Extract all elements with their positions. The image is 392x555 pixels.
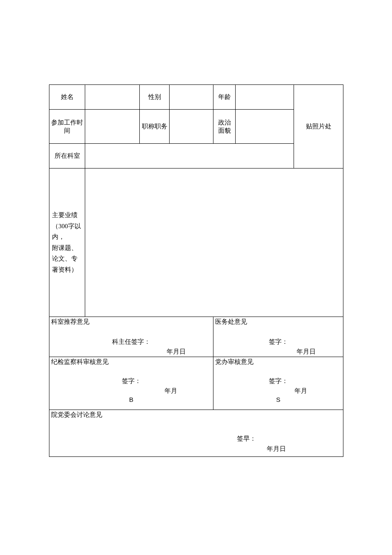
discipline-title: 纪检监察科审核意见	[51, 358, 109, 365]
photo-area[interactable]: 贴照片处	[294, 85, 343, 169]
form-page: 姓名 性别 年龄 贴照片处 参加工作时间 职称职务 政治面貌 所在科室 主要业绩…	[49, 84, 343, 457]
medical-office-title: 医务处意见	[215, 318, 247, 325]
value-gender[interactable]	[170, 85, 213, 110]
value-department[interactable]	[85, 144, 294, 169]
value-title-position[interactable]	[170, 110, 213, 144]
value-age[interactable]	[236, 85, 294, 110]
party-office-letter: S	[215, 395, 341, 403]
dept-recommend-title: 科室推荐意见	[51, 318, 89, 325]
medical-office-sig: 签字：	[215, 326, 341, 346]
committee-sig: 签早：	[237, 435, 256, 443]
label-gender: 性别	[140, 85, 170, 110]
form-table: 姓名 性别 年龄 贴照片处 参加工作时间 职称职务 政治面貌 所在科室 主要业绩…	[49, 84, 343, 457]
label-achievements: 主要业绩 （300字以内， 附课题、论文、专著资料）	[49, 169, 85, 317]
value-achievements[interactable]	[85, 169, 343, 317]
dept-recommend-date: 年月日	[51, 346, 211, 356]
value-work-start[interactable]	[85, 110, 140, 144]
party-office-date: 年月	[215, 385, 341, 395]
label-work-start: 参加工作时间	[49, 110, 85, 144]
label-title-position: 职称职务	[140, 110, 170, 144]
discipline-date: 年月	[51, 385, 211, 395]
value-political[interactable]	[236, 110, 294, 144]
committee-date: 年月日	[267, 445, 286, 453]
label-name: 姓名	[49, 85, 85, 110]
label-age: 年龄	[213, 85, 236, 110]
party-office-title: 党办审核意见	[215, 358, 254, 365]
committee-title: 院党委会讨论意见	[51, 411, 102, 419]
party-office-sig: 签字：	[215, 366, 341, 385]
label-political: 政治面貌	[213, 110, 236, 144]
label-department: 所在科室	[49, 144, 85, 169]
dept-recommend-sig: 科主任签字：	[51, 326, 211, 346]
value-name[interactable]	[85, 85, 140, 110]
discipline-letter: B	[51, 395, 211, 403]
medical-office-date: 年月日	[215, 346, 341, 356]
discipline-sig: 签字：	[51, 366, 211, 385]
